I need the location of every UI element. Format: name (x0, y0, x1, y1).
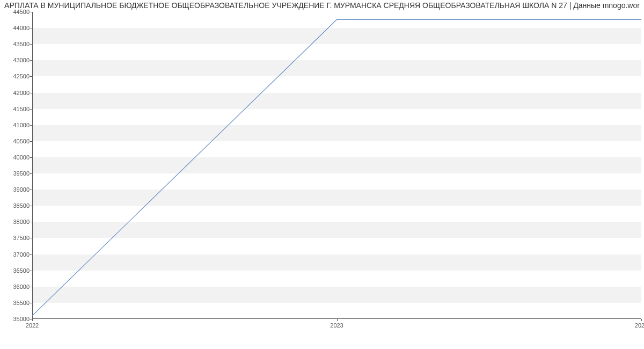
y-tick-label: 41500 (3, 106, 30, 112)
y-tick-label: 44500 (3, 9, 30, 15)
y-tick-mark (30, 271, 32, 271)
y-tick-mark (30, 141, 32, 142)
y-tick-label: 44000 (3, 25, 30, 31)
y-tick-label: 38000 (3, 219, 30, 225)
x-tick-mark (32, 319, 33, 321)
x-tick-label: 2024 (635, 322, 644, 329)
y-tick-mark (30, 28, 32, 28)
y-tick-label: 35500 (3, 300, 30, 306)
y-tick-label: 35000 (3, 316, 30, 322)
y-tick-mark (30, 93, 32, 93)
y-tick-label: 40000 (3, 154, 30, 161)
y-tick-mark (30, 125, 32, 126)
y-tick-label: 36500 (3, 267, 30, 274)
x-tick-label: 2022 (26, 322, 39, 329)
y-tick-mark (30, 255, 32, 255)
y-tick-mark (30, 238, 32, 238)
y-tick-label: 40500 (3, 138, 30, 144)
y-tick-mark (30, 190, 32, 190)
y-tick-label: 41000 (3, 122, 30, 128)
y-tick-label: 43500 (3, 41, 30, 47)
x-tick-mark (641, 319, 642, 321)
y-tick-label: 43000 (3, 57, 30, 63)
y-tick-mark (30, 287, 32, 287)
y-tick-mark (30, 222, 32, 222)
chart-container: АРПЛАТА В МУНИЦИПАЛЬНОЕ БЮДЖЕТНОЕ ОБЩЕОБ… (0, 0, 644, 349)
y-tick-label: 37500 (3, 235, 30, 241)
y-tick-mark (30, 157, 32, 158)
y-tick-label: 42500 (3, 73, 30, 79)
y-tick-mark (30, 44, 32, 45)
y-tick-mark (30, 303, 32, 303)
y-tick-mark (30, 109, 32, 110)
y-tick-label: 38500 (3, 202, 30, 209)
y-tick-label: 39000 (3, 186, 30, 193)
y-tick-label: 37000 (3, 251, 30, 258)
x-tick-mark (337, 319, 338, 321)
y-tick-label: 36000 (3, 283, 30, 290)
y-tick-mark (30, 60, 32, 61)
y-tick-mark (30, 76, 32, 77)
chart-title: АРПЛАТА В МУНИЦИПАЛЬНОЕ БЮДЖЕТНОЕ ОБЩЕОБ… (0, 1, 644, 10)
y-tick-mark (30, 12, 32, 12)
y-tick-label: 39500 (3, 170, 30, 177)
y-tick-mark (30, 206, 32, 206)
y-tick-label: 42000 (3, 90, 30, 96)
x-tick-label: 2023 (330, 322, 343, 329)
y-tick-mark (30, 173, 32, 174)
line-path (32, 12, 641, 319)
